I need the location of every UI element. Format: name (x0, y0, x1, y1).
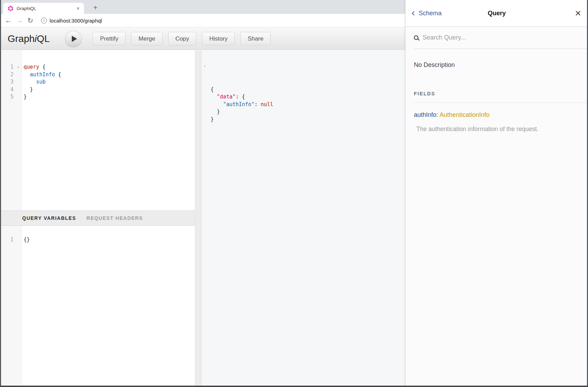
query-editor-code[interactable]: query { authInfo { sub }} (22, 50, 195, 210)
code-line[interactable]: } (211, 116, 405, 123)
variables-editor-code[interactable]: {} (22, 226, 195, 386)
variables-editor[interactable]: 1 {} (1, 226, 195, 386)
site-info-icon[interactable]: i (41, 18, 47, 24)
code-line[interactable]: } (24, 86, 195, 94)
fold-icon[interactable]: ▾ (204, 64, 206, 68)
doc-explorer: Schema Query × No Description FIELDS aut… (405, 0, 588, 387)
code-line[interactable]: } (24, 93, 195, 101)
search-icon (414, 35, 418, 40)
reload-icon[interactable]: ↻ (27, 16, 33, 25)
pane-resize-handle[interactable] (195, 50, 202, 386)
tab-query-variables[interactable]: QUERY VARIABLES (22, 215, 76, 221)
query-editor-gutter: 1▾2345 (1, 50, 22, 210)
chevron-left-icon (412, 11, 416, 16)
doc-explorer-header: Schema Query × (406, 0, 588, 27)
type-name-link[interactable]: AuthenticationInfo (440, 111, 489, 118)
code-line[interactable]: sub (24, 78, 195, 86)
prettify-button[interactable]: Prettify (93, 32, 126, 45)
tab-close-icon[interactable]: × (75, 5, 81, 11)
result-viewer[interactable]: ▾ { "data": { "authInfo": null }} (202, 50, 405, 386)
code-line[interactable]: authInfo { (24, 71, 195, 79)
type-description: No Description (414, 61, 580, 69)
query-editor[interactable]: 1▾2345 query { authInfo { sub }} (1, 50, 195, 210)
code-line[interactable]: "data": { (211, 93, 405, 101)
new-tab-button[interactable]: + (91, 3, 100, 12)
code-line[interactable]: } (211, 108, 405, 116)
graphql-logo-icon (8, 6, 14, 11)
code-line[interactable]: "authInfo": null (211, 101, 405, 109)
play-icon (72, 36, 77, 42)
field-description: The authentication information of the re… (414, 126, 580, 133)
docs-content: No Description FIELDS authInfo: Authenti… (406, 49, 588, 133)
code-line[interactable]: query { (24, 63, 195, 71)
graphiql-toolbar: GraphiQL Prettify Merge Copy History Sha… (1, 28, 405, 50)
fields-divider (414, 102, 588, 103)
tab-title: GraphiQL (17, 6, 75, 11)
address-bar[interactable]: localhost:3000/graphql (50, 18, 102, 24)
workspace: 1▾2345 query { authInfo { sub }} QUERY V… (1, 50, 405, 386)
docs-close-icon[interactable]: × (575, 8, 581, 18)
back-icon[interactable]: ← (5, 16, 12, 25)
history-button[interactable]: History (202, 32, 235, 45)
window-border-bottom (0, 386, 588, 387)
tab-request-headers[interactable]: REQUEST HEADERS (86, 215, 143, 221)
docs-search-input[interactable] (423, 34, 575, 41)
fold-icon[interactable]: ▾ (15, 63, 21, 71)
docs-back-label: Schema (419, 10, 442, 17)
code-line[interactable]: { (211, 86, 405, 94)
forward-icon[interactable]: → (16, 16, 23, 25)
fields-heading: FIELDS (414, 91, 580, 96)
window-border-left (0, 0, 1, 387)
execute-query-button[interactable] (65, 31, 82, 47)
share-button[interactable]: Share (240, 32, 271, 45)
variables-tab-bar: QUERY VARIABLES REQUEST HEADERS (1, 210, 195, 226)
copy-button[interactable]: Copy (168, 32, 197, 45)
browser-tab[interactable]: GraphiQL × (3, 3, 84, 14)
field-name-link[interactable]: authInfo (414, 111, 436, 118)
code-line[interactable]: {} (24, 236, 195, 244)
docs-back-button[interactable]: Schema (412, 10, 442, 17)
variables-editor-gutter: 1 (1, 226, 22, 386)
editor-column: 1▾2345 query { authInfo { sub }} QUERY V… (1, 50, 195, 386)
merge-button[interactable]: Merge (131, 32, 162, 45)
graphiql-logo: GraphiQL (8, 33, 50, 44)
docs-search-row (414, 27, 588, 49)
field-row: authInfo: AuthenticationInfo (414, 111, 580, 119)
